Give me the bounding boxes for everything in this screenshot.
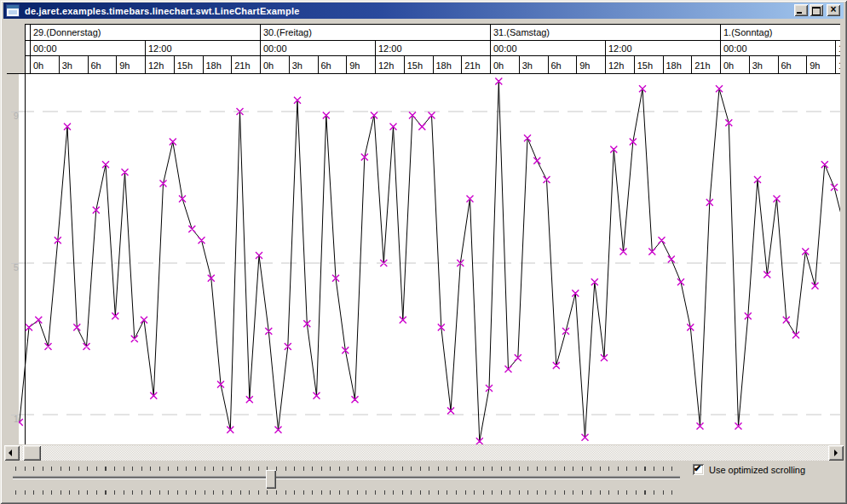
slider-thumb[interactable] — [266, 470, 276, 489]
titlebar[interactable]: de.jaret.examples.timebars.linechart.swt… — [3, 3, 844, 19]
hour-cell: 9h — [806, 56, 835, 74]
halfday-cell: 00:00 — [260, 41, 375, 55]
hour-cell: 12h — [375, 56, 404, 74]
halfday-cell: 00:00 — [30, 41, 145, 55]
hour-cell: 21h — [231, 56, 260, 74]
hour-cell: 3h — [289, 56, 318, 74]
application-window: de.jaret.examples.timebars.linechart.swt… — [0, 0, 847, 504]
hour-cell: 9h — [116, 56, 145, 74]
day-cell: 30.(Freitag) — [260, 25, 490, 40]
day-cell: 31.(Samstag) — [490, 25, 720, 40]
optimized-scrolling-checkbox[interactable]: ✔ — [693, 464, 704, 475]
optimized-scrolling-option: ✔ Use optimized scrolling — [693, 463, 805, 476]
hour-cell: 12h — [605, 56, 634, 74]
hour-cell: 18h — [203, 56, 232, 74]
left-arrow-icon — [9, 450, 12, 456]
hour-cell: 6h — [318, 56, 347, 74]
day-cell: 29.(Donnerstag) — [30, 25, 260, 40]
timebar-header[interactable]: 29.(Donnerstag)00:0012:000h3h6h9h12h15h1… — [25, 24, 840, 74]
maximize-button[interactable] — [810, 4, 823, 16]
hour-cell: 3h — [749, 56, 778, 74]
header-divider — [26, 40, 840, 41]
halfday-cell: 00:00 — [490, 41, 605, 55]
scrollbar-thumb[interactable] — [23, 445, 41, 461]
right-arrow-icon — [834, 450, 838, 456]
hour-cell: 3h — [59, 56, 88, 74]
window-controls: × — [794, 3, 840, 17]
hour-cell: 0h — [720, 56, 749, 74]
halfday-cell: 12:00 — [145, 41, 260, 55]
application-icon[interactable] — [6, 4, 20, 17]
y-tick-dash — [11, 112, 19, 112]
hour-cell: 6h — [778, 56, 807, 74]
hour-cell: 6h — [88, 56, 117, 74]
hour-cell: 3h — [519, 56, 548, 74]
hour-cell: 12h — [145, 56, 174, 74]
minimize-icon — [797, 12, 802, 14]
close-button[interactable]: × — [827, 4, 840, 16]
hour-cell: 9h — [346, 56, 375, 74]
window-title: de.jaret.examples.timebars.linechart.swt… — [25, 6, 300, 16]
close-icon: × — [827, 4, 840, 16]
slider-groove[interactable] — [13, 476, 680, 479]
hour-cell: 18h — [663, 56, 692, 74]
hour-cell: 15h — [174, 56, 203, 74]
hour-cell: 15h — [404, 56, 433, 74]
maximize-icon — [812, 7, 821, 15]
hour-cell: 21h — [691, 56, 720, 74]
y-tick-dash — [11, 263, 19, 264]
horizontal-scrollbar[interactable] — [4, 445, 844, 461]
day-cell: 1.(Sonntag) — [720, 25, 840, 40]
hour-cell: 0h — [260, 56, 289, 74]
hour-cell: 9h — [576, 56, 605, 74]
halfday-cell: 12:00 — [835, 41, 840, 55]
checkmark-icon: ✔ — [694, 463, 701, 474]
scrollbar-right-button[interactable] — [828, 445, 844, 461]
hour-cell: 6h — [548, 56, 577, 74]
halfday-cell: 12:00 — [605, 41, 720, 55]
y-tick-dash — [11, 415, 19, 415]
halfday-cell: 12:00 — [375, 41, 490, 55]
hour-cell: 15h — [634, 56, 663, 74]
line-chart[interactable] — [19, 74, 840, 444]
slider-ticks-top — [15, 467, 678, 471]
minimize-button[interactable] — [794, 4, 808, 16]
hour-cell: 21h — [461, 56, 490, 74]
checkbox-label: Use optimized scrolling — [709, 465, 805, 475]
hour-cell: 0h — [30, 56, 59, 74]
hour-cell: 12h — [835, 56, 840, 74]
hour-cell: 18h — [433, 56, 462, 74]
slider-ticks-bottom — [15, 490, 678, 495]
halfday-cell: 00:00 — [720, 41, 835, 55]
header-divider — [26, 55, 840, 56]
hour-cell: 0h — [490, 56, 519, 74]
scrollbar-left-button[interactable] — [4, 445, 20, 461]
